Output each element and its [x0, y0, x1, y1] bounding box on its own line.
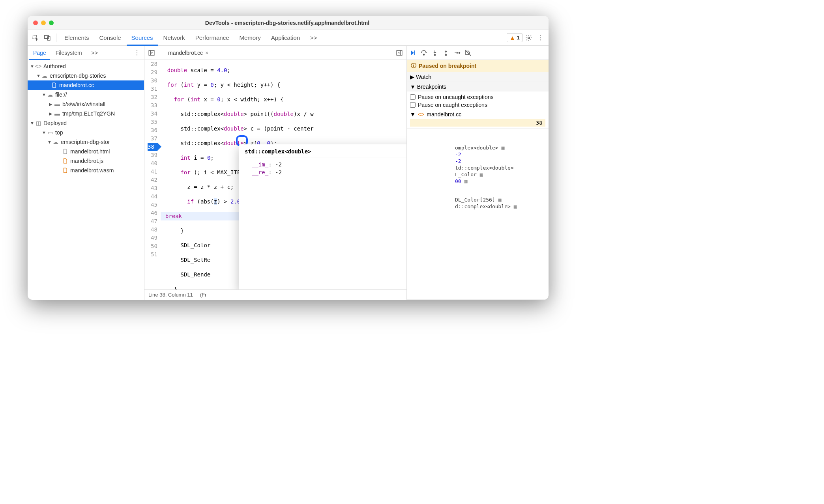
tree-domain-authored[interactable]: ▼ ☁ emscripten-dbg-stories	[28, 71, 144, 80]
traffic-lights	[33, 21, 54, 25]
tab-network[interactable]: Network	[159, 30, 190, 46]
tree-deployed[interactable]: ▼ ◫ Deployed	[28, 118, 144, 128]
svg-point-15	[446, 54, 447, 55]
scope-row: d::complex<double> ▦	[446, 203, 545, 210]
step-over-icon[interactable]	[420, 49, 427, 56]
zoom-window-button[interactable]	[49, 21, 54, 25]
step-out-icon[interactable]	[442, 49, 449, 56]
window-title: DevTools - emscripten-dbg-stories.netlif…	[54, 20, 521, 26]
svg-point-7	[137, 50, 137, 51]
scope-row: DL_Color[256] ▦	[446, 196, 545, 203]
tab-console[interactable]: Console	[95, 30, 126, 46]
navigator-panel: Page Filesystem >> ▼ <> Authored ▼ ☁ ems…	[28, 46, 144, 300]
scope-row: omplex<double> ▦	[446, 144, 545, 151]
inspect-icon[interactable]	[30, 32, 41, 43]
scope-row: td::complex<double>	[446, 164, 545, 171]
warning-count: 1	[517, 35, 520, 41]
scope-row: -2	[446, 151, 545, 158]
file-tree[interactable]: ▼ <> Authored ▼ ☁ emscripten-dbg-stories…	[28, 60, 144, 177]
deactivate-breakpoints-icon[interactable]	[464, 49, 472, 56]
watch-section[interactable]: ▶ Watch	[407, 72, 549, 82]
paused-banner: ⓘ Paused on breakpoint	[407, 60, 549, 72]
nav-tab-filesystem[interactable]: Filesystem	[52, 46, 86, 60]
main-body: Page Filesystem >> ▼ <> Authored ▼ ☁ ems…	[28, 46, 549, 300]
tree-authored[interactable]: ▼ <> Authored	[28, 62, 144, 71]
tab-sources[interactable]: Sources	[127, 30, 158, 46]
resume-icon[interactable]	[409, 49, 416, 56]
titlebar: DevTools - emscripten-dbg-stories.netlif…	[28, 16, 549, 30]
editor-statusbar: Line 38, Column 11 (Fr	[144, 289, 406, 300]
close-window-button[interactable]	[33, 21, 38, 25]
value-tooltip: std::complex<double> __im_: -2 __re_: -2	[239, 144, 406, 289]
svg-point-14	[434, 54, 436, 55]
tab-application[interactable]: Application	[266, 30, 305, 46]
breakpoint-item[interactable]: ▼ <> mandelbrot.cc	[410, 110, 545, 118]
tabs-overflow[interactable]: >>	[305, 30, 322, 46]
breakpoint-line[interactable]: 38	[410, 119, 545, 127]
tree-file-html[interactable]: mandelbrot.html	[28, 147, 144, 156]
svg-rect-12	[414, 50, 415, 55]
svg-point-5	[540, 37, 541, 38]
scope-row: 00 ▦	[446, 178, 545, 185]
more-icon[interactable]	[535, 32, 546, 43]
tree-folder-1[interactable]: ▶ ▬ b/s/w/ir/x/w/install	[28, 99, 144, 109]
scope-row: -2	[446, 158, 545, 164]
editor-tabs: mandelbrot.cc ×	[144, 46, 406, 60]
tree-top[interactable]: ▼ ▭ top	[28, 128, 144, 137]
main-toolbar: Elements Console Sources Network Perform…	[28, 30, 549, 46]
cursor-position: Line 38, Column 11	[148, 292, 193, 298]
svg-point-9	[137, 54, 137, 55]
step-into-icon[interactable]	[431, 49, 438, 56]
status-extra: (Fr	[200, 292, 207, 298]
navigator-tabs: Page Filesystem >>	[28, 46, 144, 60]
scope-section[interactable]: omplex<double> ▦ -2 -2 td::complex<doubl…	[407, 129, 549, 300]
tab-elements[interactable]: Elements	[60, 30, 94, 46]
svg-point-13	[423, 54, 425, 55]
tab-performance[interactable]: Performance	[191, 30, 234, 46]
svg-point-16	[459, 52, 460, 53]
info-icon: ⓘ	[411, 62, 416, 69]
debugger-panel: ⓘ Paused on breakpoint ▶ Watch ▼ Breakpo…	[406, 46, 549, 300]
nav-more-icon[interactable]	[131, 47, 142, 58]
editor-more-icon[interactable]	[394, 47, 405, 58]
svg-point-4	[540, 35, 541, 36]
tooltip-row-re: __re_: -2	[245, 168, 406, 176]
navigator-toggle-icon[interactable]	[146, 47, 157, 58]
editor-tab-mandelbrot[interactable]: mandelbrot.cc ×	[165, 50, 212, 56]
warning-icon: ▲	[509, 34, 515, 41]
nav-tab-page[interactable]: Page	[29, 46, 50, 60]
tooltip-row-im: __im_: -2	[245, 161, 406, 168]
line-gutter[interactable]: 2829303132333435363738394041424344454647…	[144, 60, 161, 289]
tree-file-mandelbrot-cc[interactable]: mandelbrot.cc	[28, 80, 144, 90]
tab-memory[interactable]: Memory	[235, 30, 266, 46]
device-toggle-icon[interactable]	[42, 32, 53, 43]
step-icon[interactable]	[453, 49, 461, 56]
debugger-toolbar	[407, 46, 549, 60]
svg-point-8	[137, 52, 137, 53]
tree-file-domain[interactable]: ▼ ☁ file://	[28, 90, 144, 99]
minimize-window-button[interactable]	[41, 21, 46, 25]
tree-file-wasm[interactable]: mandelbrot.wasm	[28, 166, 144, 175]
scope-row: L_Color ▦	[446, 171, 545, 178]
svg-point-3	[528, 37, 530, 39]
pause-caught-checkbox[interactable]: Pause on caught exceptions	[410, 101, 545, 109]
warning-badge[interactable]: ▲ 1	[507, 33, 522, 42]
nav-tabs-overflow[interactable]: >>	[88, 46, 102, 60]
devtools-window: DevTools - emscripten-dbg-stories.netlif…	[28, 16, 549, 300]
editor-panel: mandelbrot.cc × 282930313233343536373839…	[144, 46, 406, 300]
settings-icon[interactable]	[523, 32, 534, 43]
breakpoints-section[interactable]: ▼ Breakpoints Pause on uncaught exceptio…	[407, 82, 549, 129]
tree-folder-2[interactable]: ▶ ▬ tmp/tmp.ELcTq2YGN	[28, 109, 144, 118]
tree-domain-deployed[interactable]: ▼ ☁ emscripten-dbg-stor	[28, 137, 144, 147]
close-tab-icon[interactable]: ×	[205, 50, 208, 56]
code-editor[interactable]: 2829303132333435363738394041424344454647…	[144, 60, 406, 289]
tree-file-js[interactable]: mandelbrot.js	[28, 156, 144, 166]
pause-uncaught-checkbox[interactable]: Pause on uncaught exceptions	[410, 93, 545, 101]
tooltip-title: std::complex<double>	[245, 148, 406, 157]
svg-point-6	[540, 39, 541, 40]
